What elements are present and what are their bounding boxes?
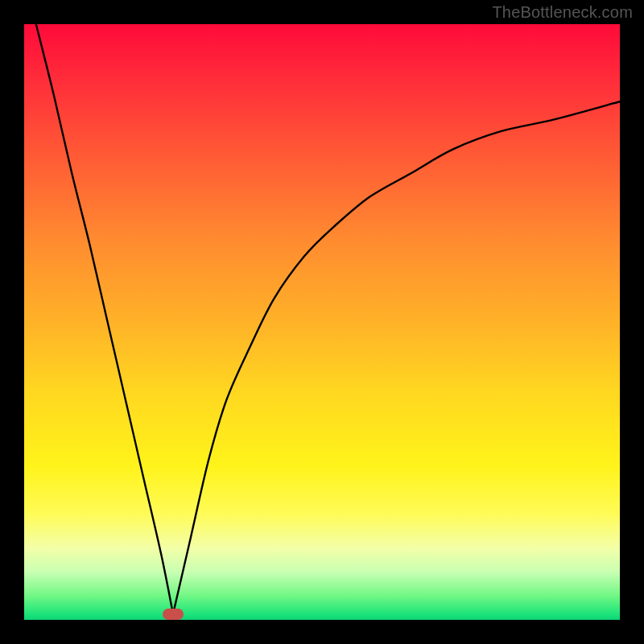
chart-frame: TheBottleneck.com xyxy=(0,0,644,644)
curve-path xyxy=(36,24,620,620)
plot-area xyxy=(24,24,620,620)
minimum-marker xyxy=(163,609,184,620)
attribution-text: TheBottleneck.com xyxy=(492,3,633,22)
bottleneck-curve xyxy=(24,24,620,620)
